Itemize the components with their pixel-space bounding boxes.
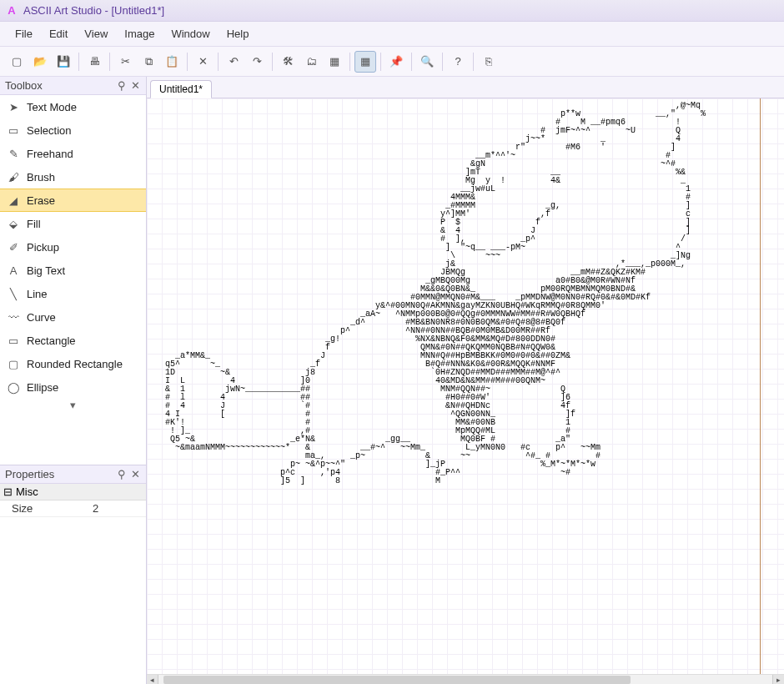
menu-image[interactable]: Image (116, 25, 163, 43)
toolbar: ▢📂💾🖶✂⧉📋✕↶↷🛠🗂▦▦📌🔍?⎘ (0, 47, 784, 77)
tool-curve[interactable]: 〰Curve (0, 305, 146, 329)
toolbox-title: Toolbox (5, 79, 43, 92)
menu-view[interactable]: View (76, 25, 116, 43)
tool-fill-label: Fill (27, 218, 41, 230)
redo-icon[interactable]: ↷ (246, 51, 268, 73)
tools-icon[interactable]: 🛠 (277, 51, 299, 73)
app-icon: A (5, 4, 18, 18)
properties-header: Properties ⚲ ✕ (0, 465, 146, 484)
tool-text-mode-icon: ➤ (7, 100, 20, 113)
tool-text-mode-label: Text Mode (27, 101, 77, 113)
menubar: FileEditViewImageWindowHelp (0, 22, 784, 47)
tool-erase-label: Erase (27, 194, 55, 207)
tool-erase-icon: ◢ (7, 194, 20, 207)
tabstrip: Untitled1* (147, 77, 784, 98)
tab-untitled[interactable]: Untitled1* (150, 80, 212, 98)
print-icon[interactable]: 🖶 (83, 51, 105, 73)
undo-icon[interactable]: ↶ (223, 51, 244, 73)
tool-curve-label: Curve (27, 311, 56, 324)
tool-fill[interactable]: ⬙Fill (0, 212, 146, 235)
tool-ellipse-label: Ellipse (27, 381, 58, 394)
scroll-thumb[interactable] (163, 676, 631, 684)
tool-bigtext-icon: A (7, 264, 20, 277)
copy-icon[interactable]: ⧉ (138, 51, 159, 73)
tool-ellipse-icon: ◯ (7, 380, 20, 394)
tool-bigtext[interactable]: ABig Text (0, 259, 146, 282)
ascii-content: ,@~Mq p**w __," % # (150, 102, 784, 674)
menu-help[interactable]: Help (219, 25, 258, 43)
tool-line[interactable]: ╲Line (0, 282, 146, 305)
tool-line-icon: ╲ (7, 287, 20, 300)
toolbox-header: Toolbox ⚲ ✕ (0, 77, 146, 95)
property-name: Size (0, 500, 88, 516)
tool-text-mode[interactable]: ➤Text Mode (0, 95, 146, 118)
grid-icon[interactable]: ▦ (354, 51, 376, 73)
tool-freehand[interactable]: ✎Freehand (0, 142, 146, 165)
tool-ellipse[interactable]: ◯Ellipse (0, 375, 146, 399)
cut-icon[interactable]: ✂ (114, 51, 136, 73)
window-title: ASCII Art Studio - [Untitled1*] (23, 4, 164, 17)
toolbox-list: ➤Text Mode▭Selection✎Freehand🖌Brush◢Eras… (0, 95, 146, 465)
close-icon[interactable]: ✕ (129, 80, 141, 92)
canvas[interactable]: ,@~Mq p**w __," % # (147, 98, 784, 684)
tool-freehand-label: Freehand (27, 148, 73, 160)
tool-curve-icon: 〰 (7, 310, 20, 324)
save-icon[interactable]: 💾 (53, 51, 74, 73)
scroll-left-icon[interactable]: ◂ (147, 675, 158, 684)
new-icon[interactable]: ▢ (6, 51, 28, 73)
tool-bigtext-label: Big Text (27, 264, 65, 277)
tool-pickup-label: Pickup (27, 241, 59, 254)
tool-pickup-icon: ✐ (7, 240, 20, 254)
properties-category[interactable]: ⊟ Misc (0, 484, 146, 500)
property-row[interactable]: Size2 (0, 500, 146, 517)
tool-freehand-icon: ✎ (7, 147, 20, 160)
close-icon[interactable]: ✕ (129, 469, 141, 480)
properties-category-label: Misc (16, 485, 38, 498)
tool-rectangle-label: Rectangle (27, 334, 76, 347)
properties-title: Properties (5, 468, 54, 480)
scroll-right-icon[interactable]: ▸ (772, 675, 784, 684)
tool-erase[interactable]: ◢Erase (0, 189, 146, 212)
delete-icon[interactable]: ✕ (192, 51, 214, 73)
menu-file[interactable]: File (7, 25, 41, 43)
menu-edit[interactable]: Edit (41, 25, 76, 43)
tool-fill-icon: ⬙ (7, 217, 20, 230)
folder-icon[interactable]: 🗂 (300, 51, 322, 73)
titlebar: A ASCII Art Studio - [Untitled1*] (0, 0, 784, 22)
exit-icon[interactable]: ⎘ (478, 51, 500, 73)
tool-brush-label: Brush (27, 171, 55, 184)
property-value[interactable]: 2 (88, 500, 146, 516)
toolbox-expand-icon[interactable]: ▾ (0, 399, 146, 414)
zoom-icon[interactable]: 🔍 (416, 51, 438, 73)
tool-rectangle-icon: ▭ (7, 334, 20, 347)
tool-rounded-rectangle-icon: ▢ (7, 357, 20, 370)
help-icon[interactable]: ? (447, 51, 469, 73)
menu-window[interactable]: Window (163, 25, 218, 43)
tool-rectangle[interactable]: ▭Rectangle (0, 329, 146, 352)
pin-icon[interactable]: ⚲ (116, 80, 128, 92)
horizontal-scrollbar[interactable]: ◂ ▸ (147, 674, 784, 684)
paste-icon[interactable]: 📋 (161, 51, 183, 73)
tool-selection-label: Selection (27, 124, 71, 137)
open-icon[interactable]: 📂 (29, 51, 51, 73)
tool-brush-icon: 🖌 (7, 170, 20, 184)
pin-icon[interactable]: 📌 (385, 51, 407, 73)
tool-rounded-rectangle-label: Rounded Rectangle (27, 358, 123, 370)
tool-line-label: Line (27, 288, 48, 300)
tool-selection[interactable]: ▭Selection (0, 118, 146, 142)
collapse-icon[interactable]: ⊟ (3, 485, 13, 498)
tool-selection-icon: ▭ (7, 123, 20, 137)
tool-brush[interactable]: 🖌Brush (0, 165, 146, 189)
pin-icon[interactable]: ⚲ (116, 469, 128, 480)
dialog-icon[interactable]: ▦ (324, 51, 345, 73)
tool-pickup[interactable]: ✐Pickup (0, 235, 146, 259)
tool-rounded-rectangle[interactable]: ▢Rounded Rectangle (0, 352, 146, 375)
